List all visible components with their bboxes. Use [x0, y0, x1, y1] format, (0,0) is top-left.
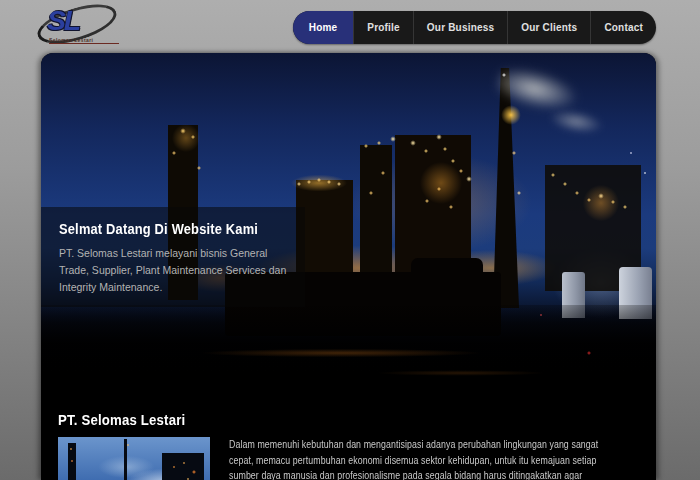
- content-column: Selmat Datang Di Website Kami PT. Seloma…: [41, 53, 656, 480]
- about-section: PT. Selomas Lestari Dalam memenuhi kebut…: [41, 390, 656, 480]
- hero-subtitle: PT. Selomas Lestari melayani bisnis Gene…: [59, 245, 287, 295]
- hero-title: Selmat Datang Di Website Kami: [59, 221, 258, 237]
- nav-item-our-clients[interactable]: Our Clients: [507, 11, 590, 44]
- thumbnail-lights: [58, 437, 210, 480]
- main-nav: Home Profile Our Business Our Clients Co…: [293, 11, 656, 44]
- hero-ground-shadow: [41, 305, 656, 390]
- nav-item-profile[interactable]: Profile: [353, 11, 413, 44]
- logo-subtext: Selomas Lestari: [49, 37, 119, 44]
- nav-item-our-business[interactable]: Our Business: [413, 11, 507, 44]
- site-header: SL Selomas Lestari Home Profile Our Busi…: [0, 0, 700, 53]
- nav-item-contact[interactable]: Contact: [590, 11, 656, 44]
- about-body-text: Dalam memenuhi kebutuhan dan mengantisip…: [229, 437, 605, 480]
- about-row: Dalam memenuhi kebutuhan dan mengantisip…: [58, 437, 656, 480]
- about-heading: PT. Selomas Lestari: [58, 411, 185, 428]
- page: SL Selomas Lestari Home Profile Our Busi…: [0, 0, 700, 480]
- company-logo[interactable]: SL Selomas Lestari: [33, 2, 125, 51]
- about-thumbnail-image: [58, 437, 210, 480]
- nav-item-home[interactable]: Home: [293, 11, 354, 44]
- hero-caption: Selmat Datang Di Website Kami PT. Seloma…: [41, 207, 305, 307]
- logo-text: SL: [47, 6, 79, 37]
- hero-banner: Selmat Datang Di Website Kami PT. Seloma…: [41, 53, 656, 390]
